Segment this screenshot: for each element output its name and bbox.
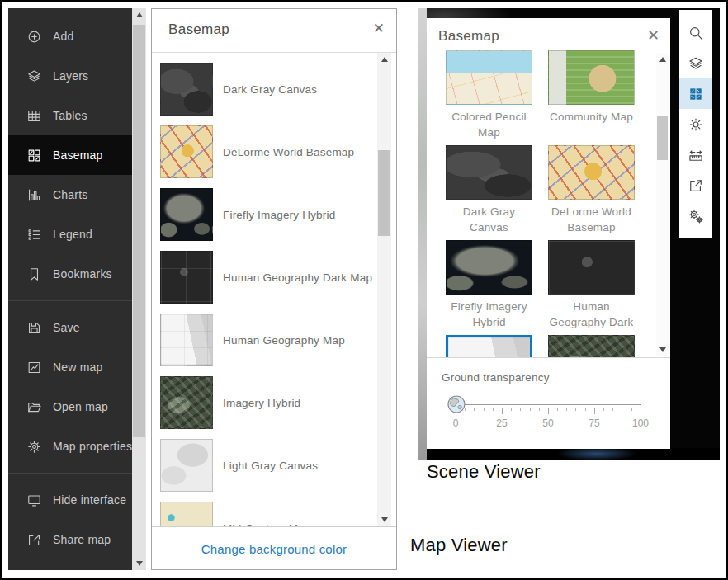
sidebar-item-label: Bookmarks [53, 267, 112, 281]
sidebar-item-label: Basemap [53, 149, 103, 162]
close-icon[interactable]: ✕ [373, 20, 385, 38]
slider-tick [594, 408, 595, 414]
scene-basemap-option-delorme-world-basemap[interactable]: DeLorme World Basemap [548, 145, 635, 240]
basemap-option-mid-century-map[interactable]: Mid-Century Map [160, 497, 396, 526]
scroll-down-button[interactable] [132, 557, 146, 570]
slider-tick [548, 408, 549, 414]
toolbar-basemap-button[interactable] [679, 78, 712, 109]
sidebar-item-charts[interactable]: Charts [8, 175, 132, 215]
toolbar-search-button[interactable] [679, 17, 712, 48]
toolbar-share-button[interactable] [679, 170, 712, 200]
panel-title: Basemap [438, 28, 499, 45]
scene-basemap-option-colored-pencil-map[interactable]: Colored Pencil Map [446, 50, 532, 145]
change-background-color-link[interactable]: Change background color [201, 542, 347, 556]
basemap-option-imagery-hybrid[interactable]: Imagery Hybrid [160, 371, 396, 434]
scene-basemap-option-community-map[interactable]: Community Map [548, 50, 635, 145]
basemap-option-human-geography-map[interactable]: Human Geography Map [160, 309, 396, 371]
close-icon[interactable]: ✕ [647, 26, 659, 45]
toolbar-daylight-button[interactable] [679, 109, 712, 139]
basemap-list-scrollbar[interactable] [377, 53, 391, 526]
sidebar-item-map-properties[interactable]: Map properties [8, 427, 132, 466]
scene-basemap-grid: Colored Pencil MapCommunity MapDark Gray… [446, 50, 652, 375]
scrollbar-thumb[interactable] [657, 116, 668, 160]
scene-basemap-option-firefly-imagery-hybrid[interactable]: Firefly Imagery Hybrid [446, 240, 532, 335]
triangle-up-icon [136, 12, 143, 17]
sidebar-item-legend[interactable]: Legend [8, 215, 132, 254]
triangle-up-icon [659, 57, 666, 62]
scroll-down-button[interactable] [656, 343, 669, 356]
triangle-up-icon [381, 57, 388, 62]
scroll-up-button[interactable] [656, 53, 669, 66]
slider-tick [557, 408, 558, 411]
basemap-label: DeLorme World Basemap [223, 146, 354, 158]
sidebar-item-label: Legend [53, 228, 92, 241]
scene-basemap-option-dark-gray-canvas[interactable]: Dark Gray Canvas [446, 145, 532, 240]
sidebar-divider [8, 473, 132, 474]
basemap-thumbnail [548, 50, 635, 105]
map-viewer-basemap-panel: Basemap ✕ Dark Gray CanvasDeLorme World … [151, 8, 397, 570]
tables-icon [26, 108, 42, 124]
basemap-thumbnail [446, 240, 532, 295]
scrollbar-thumb[interactable] [378, 150, 390, 236]
map-properties-icon [26, 439, 42, 455]
toolbar-settings-button[interactable] [679, 200, 712, 231]
scrollbar-thumb[interactable] [133, 25, 145, 437]
basemap-option-firefly-imagery-hybrid[interactable]: Firefly Imagery Hybrid [160, 183, 396, 246]
sidebar-item-hide-interface[interactable]: Hide interface [8, 480, 132, 520]
sidebar-item-bookmarks[interactable]: Bookmarks [8, 254, 132, 294]
basemap-thumbnail [160, 314, 213, 366]
scene-grid-scrollbar[interactable] [656, 53, 669, 356]
transparency-slider-track[interactable] [456, 404, 641, 405]
ground-transparency-section: Ground transparency 0255075100 [427, 357, 670, 449]
basemap-option-delorme-world-basemap[interactable]: DeLorme World Basemap [160, 120, 396, 183]
sidebar-item-new-map[interactable]: New map [8, 347, 132, 387]
slider-tick [641, 408, 641, 414]
sidebar-item-add[interactable]: Add [8, 17, 132, 56]
measure-icon [688, 147, 704, 163]
sidebar-item-label: Open map [53, 400, 108, 413]
basemap-label: DeLorme World Basemap [548, 204, 635, 235]
triangle-down-icon [136, 561, 143, 566]
map-viewer-sidebar: AddLayersTablesBasemapChartsLegendBookma… [8, 8, 132, 570]
add-icon [26, 29, 42, 45]
sidebar-item-tables[interactable]: Tables [8, 96, 132, 135]
sidebar-item-label: Share map [53, 533, 111, 546]
slider-tick [484, 408, 485, 411]
scroll-up-button[interactable] [377, 53, 391, 66]
share-map-icon [26, 532, 42, 548]
slider-tick [575, 408, 576, 411]
scroll-down-button[interactable] [377, 513, 391, 526]
gears-icon [688, 208, 704, 224]
sidebar-item-open-map[interactable]: Open map [8, 387, 132, 427]
basemap-label: Imagery Hybrid [223, 397, 300, 409]
slider-tick-label: 0 [453, 417, 459, 429]
scene-basemap-option-human-geography-dark-map[interactable]: Human Geography Dark Map [548, 240, 635, 335]
basemap-option-human-geography-dark-map[interactable]: Human Geography Dark Map [160, 246, 396, 309]
slider-tick-label: 100 [632, 417, 649, 429]
toolbar-measure-button[interactable] [679, 139, 712, 170]
sidebar-item-basemap[interactable]: Basemap [8, 135, 132, 175]
sidebar-item-share-map[interactable]: Share map [8, 520, 132, 559]
basemap-thumbnail [160, 63, 213, 116]
scroll-up-button[interactable] [132, 8, 146, 21]
layers-icon [688, 55, 704, 72]
basemap-label: Light Gray Canvas [223, 460, 318, 472]
panel-header: Basemap ✕ [152, 9, 396, 53]
toolbar-layers-button[interactable] [679, 48, 712, 78]
sidebar-item-label: Hide interface [53, 493, 126, 507]
hide-interface-icon [26, 493, 42, 508]
basemap-thumbnail [548, 145, 635, 200]
basemap-thumbnail [160, 502, 213, 526]
basemap-label: Community Map [548, 109, 635, 125]
basemap-option-light-gray-canvas[interactable]: Light Gray Canvas [160, 434, 396, 497]
slider-tick [502, 408, 503, 414]
transparency-slider-handle-globe[interactable] [447, 395, 466, 413]
sidebar-item-save[interactable]: Save [8, 308, 132, 347]
new-map-icon [26, 360, 42, 375]
slider-tick [585, 408, 586, 411]
basemap-option-dark-gray-canvas[interactable]: Dark Gray Canvas [160, 58, 396, 120]
sidebar-item-layers[interactable]: Layers [8, 56, 132, 96]
sidebar-item-label: New map [53, 361, 103, 374]
sidebar-scrollbar[interactable] [132, 8, 146, 570]
basemap-thumbnail [446, 145, 532, 200]
